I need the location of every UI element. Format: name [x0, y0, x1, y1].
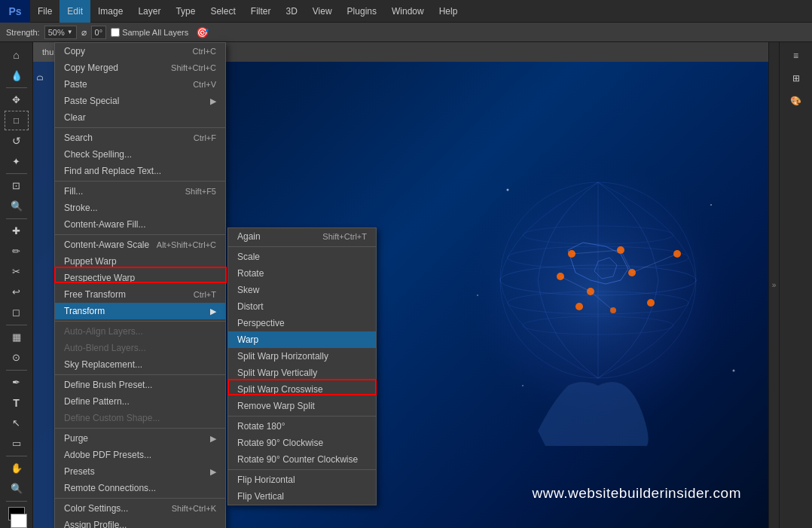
menu-check-spelling[interactable]: Check Spelling...: [55, 146, 225, 163]
globe-visual: [440, 145, 756, 446]
menu-select[interactable]: Select: [203, 0, 243, 23]
tool-separator-6: [6, 456, 27, 456]
menu-clear[interactable]: Clear: [55, 109, 225, 126]
tool-separator-5: [6, 370, 27, 371]
right-collapse-btn[interactable]: »: [768, 42, 779, 528]
menu-type[interactable]: Type: [168, 0, 203, 23]
menu-help[interactable]: Help: [432, 0, 466, 23]
submenu-again[interactable]: Again Shift+Ctrl+T: [228, 228, 376, 245]
submenu-split-warp-v[interactable]: Split Warp Vertically: [228, 365, 376, 381]
menu-paste-special[interactable]: Paste Special ▶: [55, 93, 225, 109]
menu-stroke[interactable]: Stroke...: [55, 200, 225, 216]
submenu-rotate-90ccw[interactable]: Rotate 90° Counter Clockwise: [228, 451, 376, 468]
tool-dodge[interactable]: ⊙: [5, 348, 29, 368]
tool-marquee[interactable]: □: [5, 111, 29, 130]
transform-submenu: Again Shift+Ctrl+T Scale Rotate Skew Dis…: [227, 227, 377, 505]
tool-history-brush[interactable]: ↩: [5, 282, 29, 302]
tool-eraser[interactable]: ◻: [5, 303, 29, 322]
right-tool-3[interactable]: 🎨: [784, 90, 808, 111]
menu-window[interactable]: Window: [384, 0, 432, 23]
menu-presets[interactable]: Presets ▶: [55, 463, 225, 480]
tool-gradient[interactable]: ▦: [5, 328, 29, 347]
menu-content-aware-fill[interactable]: Content-Aware Fill...: [55, 216, 225, 233]
submenu-warp[interactable]: Warp: [228, 331, 376, 348]
tool-zoom[interactable]: 🔍: [5, 479, 29, 499]
separator-4: [55, 321, 225, 322]
menu-copy-merged[interactable]: Copy Merged Shift+Ctrl+C: [55, 60, 225, 76]
submenu-flip-vertical[interactable]: Flip Vertical: [228, 488, 376, 505]
submenu-perspective[interactable]: Perspective: [228, 315, 376, 331]
submenu-distort[interactable]: Distort: [228, 298, 376, 315]
menu-content-aware-scale[interactable]: Content-Aware Scale Alt+Shift+Ctrl+C: [55, 237, 225, 253]
menu-view[interactable]: View: [305, 0, 340, 23]
submenu-split-warp-c[interactable]: Split Warp Crosswise: [228, 381, 376, 398]
menu-auto-align[interactable]: Auto-Align Layers...: [55, 323, 225, 340]
angle-input[interactable]: 0°: [91, 26, 107, 39]
menu-adobe-pdf[interactable]: Adobe PDF Presets...: [55, 447, 225, 463]
star-2: [710, 204, 712, 206]
strength-dropdown[interactable]: 50% ▼: [44, 26, 77, 39]
right-tool-1[interactable]: ≡: [784, 45, 808, 66]
submenu-split-warp-h[interactable]: Split Warp Horizontally: [228, 348, 376, 365]
menu-assign-profile[interactable]: Assign Profile...: [55, 517, 225, 528]
submenu-skew[interactable]: Skew: [228, 282, 376, 298]
menu-copy[interactable]: Copy Ctrl+C: [55, 43, 225, 60]
tool-path-selection[interactable]: ↖: [5, 414, 29, 433]
menu-fill[interactable]: Fill... Shift+F5: [55, 183, 225, 200]
angle-icon: ⌀: [81, 27, 87, 38]
menu-perspective-warp[interactable]: Perspective Warp: [55, 270, 225, 286]
tool-lasso[interactable]: ↺: [5, 131, 29, 151]
menu-sky-replacement[interactable]: Sky Replacement...: [55, 356, 225, 373]
menu-auto-blend[interactable]: Auto-Blend Layers...: [55, 340, 225, 356]
menu-layer[interactable]: Layer: [130, 0, 168, 23]
tool-mixer[interactable]: 💧: [5, 66, 29, 85]
app-icon: Ps: [0, 0, 30, 23]
menu-define-brush[interactable]: Define Brush Preset...: [55, 377, 225, 393]
menu-remote-connections[interactable]: Remote Connections...: [55, 480, 225, 496]
menu-search[interactable]: Search Ctrl+F: [55, 130, 225, 146]
menu-image[interactable]: Image: [90, 0, 130, 23]
panel-label: D: [33, 69, 47, 87]
tool-eyedropper[interactable]: 🔍: [5, 197, 29, 216]
menu-filter[interactable]: Filter: [243, 0, 279, 23]
background-color[interactable]: [11, 514, 27, 528]
tool-home[interactable]: ⌂: [5, 45, 29, 65]
menu-edit[interactable]: Edit: [60, 0, 90, 23]
menu-file[interactable]: File: [30, 0, 60, 23]
tool-type[interactable]: T: [5, 393, 29, 413]
submenu-rotate[interactable]: Rotate: [228, 265, 376, 282]
menu-purge[interactable]: Purge ▶: [55, 430, 225, 447]
menu-find-replace[interactable]: Find and Replace Text...: [55, 163, 225, 179]
menu-color-settings[interactable]: Color Settings... Shift+Ctrl+K: [55, 500, 225, 517]
menu-free-transform[interactable]: Free Transform Ctrl+T: [55, 286, 225, 303]
target-icon: 🎯: [196, 26, 209, 38]
tool-shape[interactable]: ▭: [5, 434, 29, 453]
menu-define-pattern[interactable]: Define Pattern...: [55, 393, 225, 410]
submenu-rotate-90cw[interactable]: Rotate 90° Clockwise: [228, 435, 376, 451]
tool-magic-wand[interactable]: ✦: [5, 151, 29, 171]
sample-all-layers-checkbox[interactable]: [111, 28, 120, 37]
submenu-separator-2: [228, 416, 376, 417]
menu-puppet-warp[interactable]: Puppet Warp: [55, 253, 225, 270]
menu-define-shape[interactable]: Define Custom Shape...: [55, 410, 225, 426]
tool-move[interactable]: ✥: [5, 90, 29, 110]
tool-clone[interactable]: ✂: [5, 262, 29, 282]
sample-all-layers-checkbox-label[interactable]: Sample All Layers: [111, 28, 188, 37]
menu-paste[interactable]: Paste Ctrl+V: [55, 76, 225, 93]
tool-brush[interactable]: ✏: [5, 242, 29, 261]
right-tool-2[interactable]: ⊞: [784, 68, 808, 89]
tool-pen[interactable]: ✒: [5, 373, 29, 392]
submenu-flip-horizontal[interactable]: Flip Horizontal: [228, 472, 376, 488]
left-toolbar: ⌂ 💧 ✥ □ ↺ ✦ ⊡ 🔍 ✚ ✏ ✂ ↩ ◻ ▦ ⊙ ✒ T ↖ ▭ ✋ …: [0, 42, 33, 528]
tool-healing[interactable]: ✚: [5, 221, 29, 241]
tool-hand[interactable]: ✋: [5, 459, 29, 478]
tool-crop[interactable]: ⊡: [5, 176, 29, 196]
submenu-rotate-180[interactable]: Rotate 180°: [228, 418, 376, 435]
menu-plugins[interactable]: Plugins: [340, 0, 384, 23]
submenu-separator-1: [228, 246, 376, 247]
menu-3d[interactable]: 3D: [278, 0, 304, 23]
submenu-scale[interactable]: Scale: [228, 249, 376, 265]
submenu-remove-warp[interactable]: Remove Warp Split: [228, 398, 376, 414]
tool-separator-3: [6, 218, 27, 219]
menu-transform[interactable]: Transform ▶: [55, 303, 225, 319]
